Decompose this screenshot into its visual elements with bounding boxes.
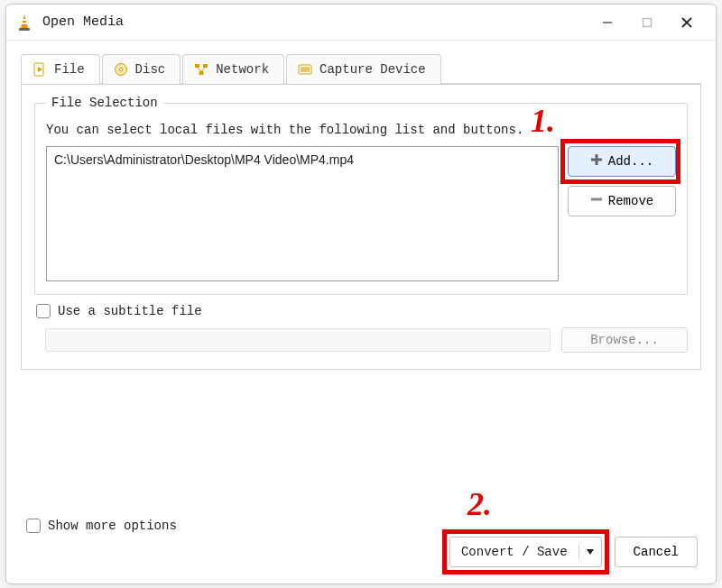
svg-rect-12 [195, 64, 199, 68]
file-selection-hint: You can select local files with the foll… [46, 123, 676, 137]
add-button[interactable]: Add... [568, 146, 676, 177]
file-list-item[interactable]: C:\Users\Administrator\Desktop\MP4 Video… [54, 152, 551, 167]
svg-marker-0 [21, 14, 28, 28]
tab-network-label: Network [216, 62, 269, 77]
subtitle-checkbox[interactable] [36, 304, 51, 318]
file-icon [32, 62, 47, 77]
file-selection-group: File Selection You can select local file… [34, 96, 688, 295]
svg-point-11 [119, 68, 123, 71]
svg-rect-5 [643, 18, 652, 26]
dropdown-caret-icon[interactable] [579, 547, 601, 556]
titlebar: Open Media [6, 5, 716, 41]
content-area: File Disc Network Capture Device [6, 41, 716, 583]
svg-rect-18 [301, 67, 310, 72]
maximize-button[interactable] [627, 8, 667, 37]
capture-icon [298, 62, 312, 77]
svg-line-15 [198, 68, 202, 71]
add-button-label: Add... [608, 154, 653, 169]
tab-disc[interactable]: Disc [102, 54, 181, 84]
convert-save-label: Convert / Save [450, 545, 579, 559]
remove-button-label: Remove [608, 194, 653, 208]
network-icon [194, 62, 208, 77]
close-button[interactable] [667, 8, 707, 37]
show-more-options-checkbox[interactable] [26, 519, 41, 533]
svg-line-16 [201, 68, 206, 71]
tab-file-label: File [54, 62, 85, 77]
svg-line-7 [682, 18, 691, 27]
minus-icon [590, 193, 603, 209]
tab-capture[interactable]: Capture Device [286, 54, 441, 84]
tab-file[interactable]: File [21, 54, 100, 84]
file-list[interactable]: C:\Users\Administrator\Desktop\MP4 Video… [46, 146, 559, 281]
show-more-options-label: Show more options [48, 519, 177, 533]
tab-capture-label: Capture Device [319, 62, 426, 77]
subtitle-path-field [45, 328, 551, 352]
file-selection-legend: File Selection [46, 96, 163, 110]
svg-rect-14 [199, 71, 204, 75]
vlc-cone-icon [15, 14, 33, 32]
svg-rect-2 [21, 23, 27, 24]
plus-icon [590, 153, 603, 170]
window-title: Open Media [42, 14, 124, 30]
svg-marker-22 [587, 549, 594, 555]
tab-disc-label: Disc [135, 62, 166, 77]
open-media-window: Open Media File Disc [5, 4, 717, 584]
browse-button[interactable]: Browse... [561, 327, 688, 353]
svg-rect-1 [22, 19, 27, 21]
tab-bar: File Disc Network Capture Device [21, 53, 701, 84]
minimize-button[interactable] [588, 8, 627, 37]
svg-rect-13 [203, 64, 208, 68]
convert-save-button[interactable]: Convert / Save [449, 537, 602, 567]
remove-button[interactable]: Remove [568, 186, 676, 216]
disc-icon [114, 62, 128, 77]
cancel-button[interactable]: Cancel [615, 537, 698, 567]
file-tab-pane: File Selection You can select local file… [21, 84, 701, 370]
subtitle-checkbox-label: Use a subtitle file [58, 304, 202, 318]
annotation-label-2: 2. [467, 488, 492, 520]
tab-network[interactable]: Network [182, 54, 284, 84]
svg-line-6 [682, 18, 691, 27]
svg-rect-3 [19, 28, 30, 31]
